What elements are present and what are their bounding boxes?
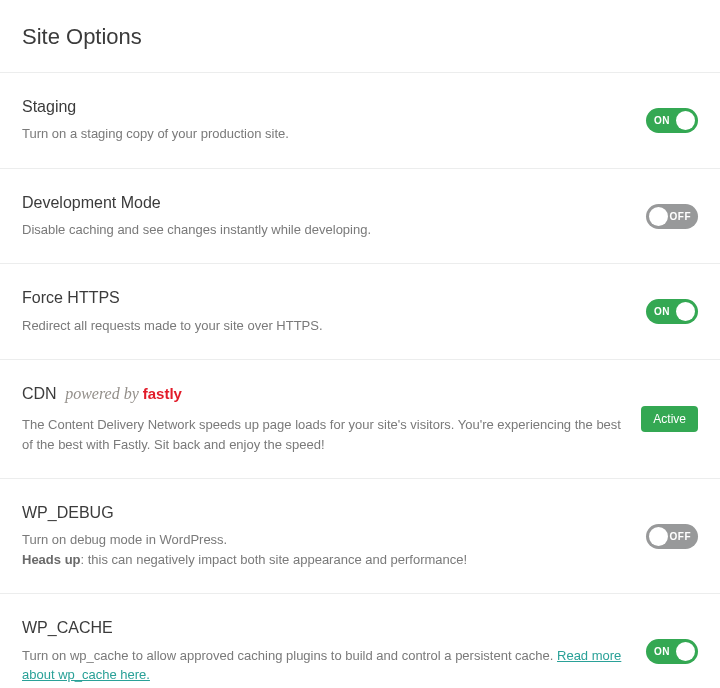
site-options-panel: Site Options Staging Turn on a staging c…: [0, 0, 720, 688]
option-desc-dev-mode: Disable caching and see changes instantl…: [22, 220, 626, 240]
toggle-label-on: ON: [654, 646, 670, 657]
wp-cache-desc-prefix: Turn on wp_cache to allow approved cachi…: [22, 648, 557, 663]
toggle-label-on: ON: [654, 306, 670, 317]
toggle-knob: [676, 111, 695, 130]
cdn-powered-by: powered by fastly: [65, 385, 182, 402]
toggle-wp-cache[interactable]: ON: [646, 639, 698, 664]
option-row-dev-mode: Development Mode Disable caching and see…: [0, 168, 720, 264]
option-title-force-https: Force HTTPS: [22, 288, 626, 307]
option-title-staging: Staging: [22, 97, 626, 116]
toggle-label-on: ON: [654, 115, 670, 126]
option-desc-staging: Turn on a staging copy of your productio…: [22, 124, 626, 144]
option-title-wp-debug: WP_DEBUG: [22, 503, 626, 522]
fastly-brand: fastly: [143, 385, 182, 402]
option-right: ON: [646, 108, 698, 133]
option-right: OFF: [646, 204, 698, 229]
option-row-wp-debug: WP_DEBUG Turn on debug mode in WordPress…: [0, 478, 720, 593]
option-desc-wp-debug: Turn on debug mode in WordPress. Heads u…: [22, 530, 626, 569]
option-title-dev-mode: Development Mode: [22, 193, 626, 212]
cdn-title-text: CDN: [22, 385, 57, 402]
option-desc-wp-cache: Turn on wp_cache to allow approved cachi…: [22, 646, 626, 685]
toggle-wp-debug[interactable]: OFF: [646, 524, 698, 549]
option-title-wp-cache: WP_CACHE: [22, 618, 626, 637]
option-right: Active: [641, 406, 698, 432]
option-left: WP_CACHE Turn on wp_cache to allow appro…: [22, 618, 646, 684]
option-row-force-https: Force HTTPS Redirect all requests made t…: [0, 263, 720, 359]
option-row-staging: Staging Turn on a staging copy of your p…: [0, 72, 720, 168]
option-right: ON: [646, 639, 698, 664]
option-left: CDN powered by fastly The Content Delive…: [22, 384, 641, 454]
toggle-dev-mode[interactable]: OFF: [646, 204, 698, 229]
toggle-label-off: OFF: [670, 211, 692, 222]
option-title-cdn: CDN powered by fastly: [22, 384, 621, 403]
option-desc-force-https: Redirect all requests made to your site …: [22, 316, 626, 336]
option-right: ON: [646, 299, 698, 324]
wp-debug-desc-line1: Turn on debug mode in WordPress.: [22, 532, 227, 547]
wp-debug-heads-up: Heads up: [22, 552, 81, 567]
option-left: Development Mode Disable caching and see…: [22, 193, 646, 240]
toggle-knob: [649, 527, 668, 546]
option-row-cdn: CDN powered by fastly The Content Delive…: [0, 359, 720, 478]
option-right: OFF: [646, 524, 698, 549]
wp-debug-desc-line2: : this can negatively impact both site a…: [81, 552, 468, 567]
toggle-staging[interactable]: ON: [646, 108, 698, 133]
page-title: Site Options: [0, 0, 720, 72]
option-left: Staging Turn on a staging copy of your p…: [22, 97, 646, 144]
toggle-label-off: OFF: [670, 531, 692, 542]
toggle-knob: [676, 302, 695, 321]
cdn-powered-by-prefix: powered by: [65, 385, 143, 402]
option-row-wp-cache: WP_CACHE Turn on wp_cache to allow appro…: [0, 593, 720, 688]
badge-cdn-active: Active: [641, 406, 698, 432]
option-left: WP_DEBUG Turn on debug mode in WordPress…: [22, 503, 646, 569]
option-desc-cdn: The Content Delivery Network speeds up p…: [22, 415, 621, 454]
option-left: Force HTTPS Redirect all requests made t…: [22, 288, 646, 335]
toggle-force-https[interactable]: ON: [646, 299, 698, 324]
toggle-knob: [676, 642, 695, 661]
toggle-knob: [649, 207, 668, 226]
